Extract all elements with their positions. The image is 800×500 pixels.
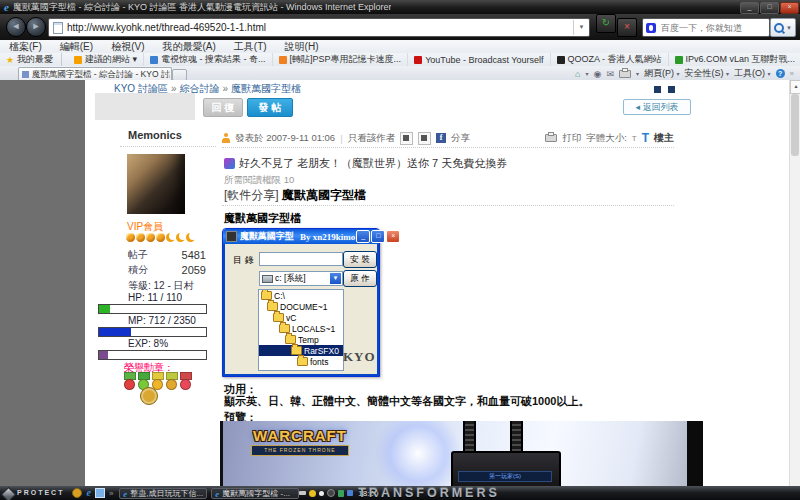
- folder-icon: [291, 346, 302, 355]
- address-dropdown-icon[interactable]: ▼: [573, 20, 589, 35]
- favorites-bar-item[interactable]: YouTube - Broadcast Yourself: [408, 53, 550, 66]
- emoticon-icon: [186, 233, 195, 242]
- quicklaunch-ie-icon[interactable]: e: [86, 487, 90, 499]
- menu-item[interactable]: 檢視(V): [102, 40, 153, 53]
- font-large-button[interactable]: T: [642, 131, 649, 145]
- address-field[interactable]: http://www.kyohk.net/thread-469520-1-1.h…: [48, 18, 590, 37]
- quicklaunch-medal-icon[interactable]: [72, 488, 82, 498]
- facebook-icon[interactable]: f: [436, 133, 446, 143]
- start-button[interactable]: PROTECT: [17, 486, 64, 500]
- url-text[interactable]: http://www.kyohk.net/thread-469520-1-1.h…: [67, 22, 266, 33]
- stop-button[interactable]: ×: [617, 18, 637, 37]
- maximize-button[interactable]: □: [760, 2, 779, 14]
- favorites-bar-item[interactable]: 建議的網站 ▾: [68, 53, 144, 66]
- share-icon-1[interactable]: [400, 132, 413, 145]
- folder-icon: [279, 324, 290, 333]
- print-icon[interactable]: [619, 70, 631, 78]
- print-post-icon[interactable]: [545, 134, 557, 142]
- emoticon-icon: [126, 233, 135, 242]
- search-input[interactable]: [659, 22, 763, 34]
- exp-bar: [98, 350, 207, 360]
- favorite-label: [轉貼]PSP專用記憶卡速度...: [290, 53, 402, 66]
- warcraft-preview-image: WARCRAFT THE FROZEN THRONE 第一玩家(S): [220, 421, 703, 486]
- taskbar-task-button[interactable]: e 整蛊,成日玩玩下信...: [119, 488, 207, 499]
- scroll-up-icon[interactable]: ▴: [790, 80, 800, 94]
- author-column-header: [95, 93, 195, 120]
- author-button: 原 作: [343, 270, 377, 287]
- user-group-label: VIP會員: [127, 220, 163, 234]
- print-link[interactable]: 打印: [562, 132, 581, 145]
- back-to-list-button[interactable]: ◂ 返回列表: [623, 99, 691, 115]
- favorites-bar-item[interactable]: IPv6.COM vLan 互聯對戰...: [669, 53, 800, 66]
- menu-item[interactable]: 說明(H): [276, 40, 328, 53]
- breadcrumb-link[interactable]: 魔獸萬國字型檔: [231, 83, 301, 94]
- command-page[interactable]: 網頁(P) ▾: [644, 67, 680, 80]
- divider: [120, 146, 216, 147]
- menu-item[interactable]: 編輯(E): [51, 40, 102, 53]
- back-button[interactable]: ◄: [6, 17, 26, 37]
- page-left-margin: [0, 80, 85, 486]
- ad-text[interactable]: 好久不見了 老朋友！（魔獸世界）送你 7 天免費兌換券: [239, 156, 507, 171]
- emoticon-icon: [156, 233, 165, 242]
- search-box[interactable]: [642, 18, 770, 37]
- home-icon[interactable]: ⌂: [575, 69, 580, 79]
- share-icon-2[interactable]: [418, 132, 431, 145]
- print-dropdown-icon[interactable]: ▾: [636, 70, 639, 77]
- favorites-label[interactable]: 我的最愛: [17, 53, 62, 66]
- font-small-button[interactable]: T: [632, 134, 637, 143]
- favicon: [557, 56, 565, 64]
- favorites-bar-item[interactable]: QOOZA - 香港人氣網站: [551, 53, 669, 66]
- favorite-label: 建議的網站 ▾: [85, 53, 137, 66]
- tab-favicon: [22, 71, 29, 78]
- refresh-button[interactable]: ↻: [596, 14, 616, 33]
- quicklaunch-desktop-icon[interactable]: [95, 488, 105, 498]
- mode-icon[interactable]: [668, 86, 675, 93]
- scrollbar-thumb[interactable]: [791, 94, 799, 156]
- menu-item[interactable]: 我的最愛(A): [153, 40, 224, 53]
- forward-button[interactable]: ►: [26, 17, 46, 37]
- share-link[interactable]: 分享: [451, 132, 470, 145]
- vertical-scrollbar[interactable]: ▴: [789, 80, 800, 486]
- favorites-bar-item[interactable]: [轉貼]PSP專用記憶卡速度...: [273, 53, 409, 66]
- app-title: 魔獸萬國字型: [240, 230, 294, 243]
- taskbar: PROTECT e » e 整蛊,成日玩玩下信... e 魔獸萬國字型檔 -..…: [0, 486, 800, 500]
- thread-mode-icons[interactable]: [650, 84, 675, 95]
- ad-row[interactable]: 好久不見了 老朋友！（魔獸世界）送你 7 天免費兌換券: [224, 156, 507, 171]
- home-dropdown-icon[interactable]: ▾: [586, 70, 589, 77]
- tab-active[interactable]: 魔獸萬國字型檔 - 綜合討論 - KYO 討論區 香港人...: [18, 67, 172, 81]
- search-dropdown-icon[interactable]: ▼: [786, 25, 792, 31]
- emoticon-icon: [166, 233, 175, 242]
- app-screenshot: 魔獸萬國字型 By xn219kimo _ □ × 目 錄 安 裝 c: [系統…: [222, 228, 380, 377]
- favorites-star-icon[interactable]: ★: [6, 55, 14, 65]
- author-username[interactable]: Memonics: [128, 129, 182, 141]
- close-button[interactable]: ×: [780, 2, 799, 14]
- mail-icon[interactable]: ✉: [606, 69, 614, 79]
- thread-title: [軟件分享] 魔獸萬國字型檔: [224, 187, 366, 204]
- start-logo-icon[interactable]: [1, 486, 17, 500]
- taskbar-task-button[interactable]: e 魔獸萬國字型檔 -...: [211, 488, 299, 499]
- score-value: 2059: [182, 264, 206, 276]
- overflow-chevron-icon[interactable]: »: [790, 69, 794, 78]
- meta-separator: |: [340, 133, 342, 144]
- chain-icon: [463, 421, 476, 455]
- menu-item[interactable]: 檔案(F): [0, 40, 51, 53]
- favorite-label: IPv6.COM vLan 互聯對戰...: [686, 53, 796, 66]
- view-author-only-link[interactable]: 只看該作者: [348, 132, 396, 145]
- new-post-button[interactable]: 發 帖: [247, 98, 293, 117]
- folder-tree-item: Temp: [259, 334, 343, 345]
- menu-item[interactable]: 工具(T): [225, 40, 276, 53]
- mode-icon[interactable]: [654, 86, 661, 93]
- command-tools[interactable]: 工具(O) ▾: [734, 67, 771, 80]
- quicklaunch-chevron-icon[interactable]: »: [109, 489, 113, 498]
- favorites-bar-item[interactable]: 電視惊魂 - 搜索結果 - 奇...: [144, 53, 273, 66]
- usage-text: 顯示英、日、韓、正體中文、簡體中文等各國文字，和血量可破1000以上。: [224, 394, 589, 409]
- rss-feed-icon[interactable]: ◉: [594, 69, 602, 79]
- favicon: [150, 56, 158, 64]
- command-safety[interactable]: 安全性(S) ▾: [684, 67, 729, 80]
- reply-button[interactable]: 回 復: [203, 98, 243, 117]
- search-button[interactable]: ▼: [770, 18, 796, 37]
- thread-category[interactable]: [軟件分享]: [224, 188, 279, 202]
- help-icon[interactable]: ?: [776, 69, 785, 78]
- minimize-button[interactable]: _: [740, 2, 759, 14]
- avatar[interactable]: [127, 154, 185, 214]
